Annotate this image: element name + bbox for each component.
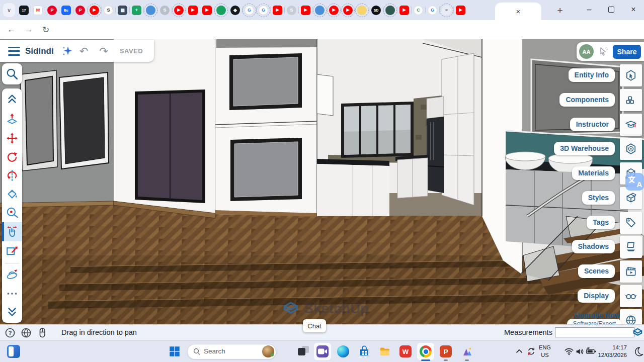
tab-youtube[interactable]: ▶ — [89, 5, 100, 16]
tool-rotate-button[interactable] — [6, 151, 19, 164]
taskbar-icon-task-view[interactable] — [296, 344, 311, 359]
tab-swirl-app[interactable]: S — [103, 5, 114, 16]
canvas-3d-scene[interactable] — [0, 39, 644, 324]
tool-flip-button[interactable] — [6, 169, 19, 182]
taskbar-icon-video-chat[interactable] — [315, 344, 330, 359]
tool-pan-button[interactable] — [6, 225, 19, 238]
tab-youtube[interactable]: ▶ — [272, 5, 283, 16]
panel-button-scenes[interactable] — [620, 260, 642, 283]
measurements-input[interactable] — [555, 327, 634, 337]
panel-button-shadows[interactable] — [620, 236, 642, 258]
focus-moon-icon[interactable] — [633, 346, 644, 357]
upgrade-now-link[interactable]: Upgrade Now — [575, 311, 620, 319]
tray-chevron-icon[interactable] — [514, 346, 525, 357]
panel-button-display[interactable] — [620, 285, 642, 307]
tab-google[interactable]: G — [244, 5, 255, 16]
tool-zoom-window-button[interactable] — [6, 244, 19, 257]
tab-youtube[interactable]: ▶ — [343, 5, 353, 16]
close-tab-icon[interactable]: × — [516, 7, 521, 16]
sync-icon[interactable] — [526, 346, 537, 357]
taskbar-icon-ms-store[interactable] — [357, 344, 372, 359]
taskbar-clock[interactable]: 14:17 12/03/2026 — [584, 344, 627, 359]
panel-label-instructor: Instructor — [570, 118, 615, 131]
tool-collapse-up-button[interactable] — [6, 92, 19, 105]
panel-button-tags[interactable] — [620, 212, 642, 234]
start-button[interactable] — [168, 345, 181, 358]
panel-button-components[interactable] — [620, 89, 642, 111]
tab-globe-app[interactable] — [145, 5, 156, 16]
tab-behance[interactable]: Be — [61, 5, 71, 16]
window-minimize-button[interactable]: – — [580, 0, 599, 19]
tab-pinterest[interactable]: P — [47, 5, 57, 16]
tool-tape-measure-button[interactable] — [6, 206, 19, 219]
tool-collapse-down-button[interactable] — [6, 306, 19, 319]
reload-button[interactable]: ↻ — [39, 23, 52, 36]
tab-youtube[interactable]: ▶ — [202, 5, 212, 16]
tab-leaf-app[interactable]: C — [413, 5, 424, 16]
panel-button-3d-warehouse[interactable] — [620, 138, 642, 160]
active-tab[interactable]: × — [495, 3, 541, 20]
tab-sheets[interactable]: + — [131, 5, 142, 16]
geolocation-globe-icon[interactable] — [20, 327, 32, 339]
taskbar-icon-file-explorer[interactable] — [377, 344, 392, 359]
taskbar-icon-edge[interactable] — [336, 344, 351, 359]
tab-grey-s-app[interactable]: S — [286, 5, 297, 16]
tab-youtube[interactable]: ▶ — [174, 5, 184, 16]
search-tool-button[interactable] — [2, 63, 22, 84]
model-title[interactable]: Sidindi — [25, 46, 54, 56]
tab-youtube[interactable]: ▶ — [188, 5, 198, 16]
forward-button[interactable]: → — [22, 23, 35, 36]
tab-pinterest[interactable]: P — [75, 5, 86, 16]
tab-separator — [129, 7, 130, 14]
main-menu-icon[interactable] — [8, 47, 20, 56]
tab-lamp-app[interactable] — [357, 5, 367, 16]
help-icon[interactable]: ? — [4, 327, 16, 339]
tab-globe-app[interactable] — [314, 5, 325, 16]
tab-youtube[interactable]: ▶ — [329, 5, 339, 16]
ai-sparkles-icon[interactable] — [61, 45, 74, 58]
tool-move-button[interactable] — [6, 132, 19, 145]
translate-overlay-icon[interactable]: A — [625, 173, 644, 191]
taskbar-icon-mountain-app[interactable] — [459, 344, 474, 359]
tool-more-button[interactable] — [6, 287, 19, 300]
tab-camera-app[interactable] — [385, 5, 395, 16]
window-maximize-button[interactable] — [602, 0, 621, 19]
wifi-icon[interactable] — [564, 346, 575, 357]
undo-button[interactable]: ↶ — [79, 45, 89, 57]
redo-button[interactable]: ↷ — [99, 45, 108, 57]
tab-separator — [45, 7, 45, 14]
chat-button[interactable]: Chat — [303, 319, 326, 332]
widgets-button[interactable] — [7, 345, 20, 358]
tab-grey-s-app[interactable]: S — [159, 5, 170, 16]
tab-black-app[interactable]: ◈ — [230, 5, 240, 16]
tool-paint-button[interactable] — [6, 188, 19, 201]
panel-button-entity-info[interactable] — [620, 64, 642, 86]
tab-search-chevron-button[interactable]: ∨ — [3, 3, 15, 17]
panel-button-upgrade[interactable] — [620, 309, 642, 324]
new-tab-button[interactable]: + — [553, 4, 567, 17]
tab-youtube[interactable]: ▶ — [300, 5, 311, 16]
window-close-button[interactable]: × — [624, 0, 643, 19]
tab-tv-17[interactable]: 17 — [19, 5, 29, 16]
tool-orbit-button[interactable] — [6, 268, 19, 282]
tab-cassette-app[interactable]: ≡ — [441, 5, 452, 16]
tab-google[interactable]: G — [427, 5, 438, 16]
tab-sd-app[interactable]: SD — [371, 5, 381, 16]
language-indicator[interactable]: ENGUS — [537, 344, 552, 359]
taskbar-icon-chrome[interactable] — [418, 344, 433, 359]
taskbar-icon-wps-office[interactable]: W — [398, 344, 413, 359]
tab-film-app[interactable]: ▦ — [117, 5, 128, 16]
taskbar-search[interactable]: Search — [187, 344, 276, 359]
panel-button-instructor[interactable] — [620, 114, 642, 136]
tool-push-pull-button[interactable] — [6, 113, 19, 126]
tab-youtube[interactable]: ▶ — [455, 5, 466, 16]
back-button[interactable]: ← — [5, 23, 18, 36]
select-cursor-icon[interactable] — [597, 46, 609, 58]
taskbar-icon-powerpoint[interactable]: P — [438, 344, 453, 359]
tab-google[interactable]: G — [258, 5, 269, 16]
tab-green-app[interactable] — [216, 5, 226, 16]
share-button[interactable]: Share — [613, 45, 641, 59]
tab-youtube[interactable]: ▶ — [399, 5, 410, 16]
user-avatar[interactable]: AA — [579, 44, 594, 59]
tab-gmail[interactable]: M — [33, 5, 43, 16]
